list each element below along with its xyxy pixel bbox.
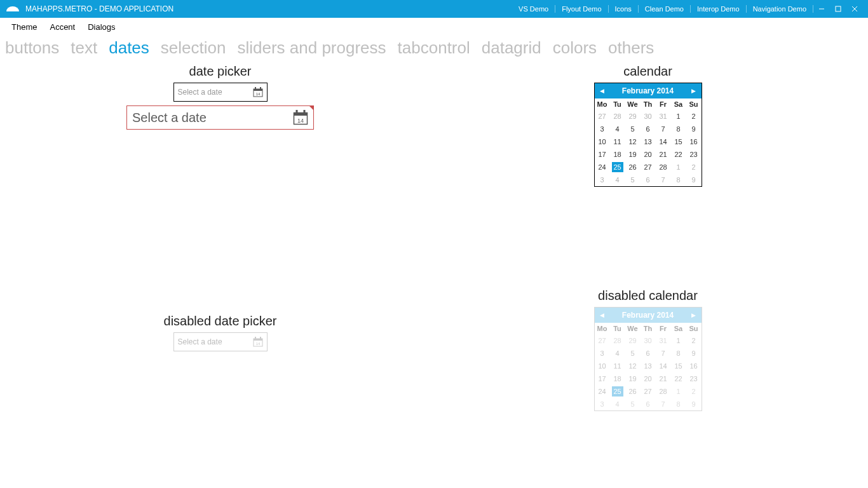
minimize-button[interactable] xyxy=(813,0,830,18)
section-title-disabled-calendar: disabled calendar xyxy=(598,288,698,303)
calendar-day[interactable]: 18 xyxy=(610,148,625,161)
titlebar-link-vs-demo[interactable]: VS Demo xyxy=(512,5,555,13)
calendar-day[interactable]: 29 xyxy=(625,110,641,123)
tab-text[interactable]: text xyxy=(71,38,97,58)
calendar-day[interactable]: 22 xyxy=(671,148,686,161)
calendar-day[interactable]: 15 xyxy=(671,135,686,148)
tab-others[interactable]: others xyxy=(608,38,654,58)
calendar-day: 8 xyxy=(671,398,686,410)
calendar-day: 26 xyxy=(625,385,641,398)
calendar-day[interactable]: 23 xyxy=(686,148,702,161)
calendar-day[interactable]: 5 xyxy=(625,123,641,135)
calendar-day[interactable]: 1 xyxy=(671,161,686,173)
calendar-prev-icon[interactable]: ◀ xyxy=(595,88,610,94)
calendar-day[interactable]: 16 xyxy=(686,135,702,148)
calendar[interactable]: ◀ February 2014 ▶ MoTuWeThFrSaSu27282930… xyxy=(594,83,702,187)
calendar-day[interactable]: 2 xyxy=(686,161,702,173)
calendar-day[interactable]: 20 xyxy=(641,148,656,161)
calendar-day[interactable]: 26 xyxy=(625,161,641,173)
calendar-day[interactable]: 28 xyxy=(656,161,671,173)
titlebar-link-flyout-demo[interactable]: Flyout Demo xyxy=(555,5,608,13)
calendar-weekday: Su xyxy=(686,98,702,110)
calendar-day[interactable]: 7 xyxy=(656,173,671,186)
calendar-day: 6 xyxy=(641,398,656,410)
calendar-day: 6 xyxy=(641,347,656,360)
svg-rect-17 xyxy=(260,337,261,339)
svg-text:14: 14 xyxy=(255,342,260,346)
calendar-weekday: Sa xyxy=(671,323,686,334)
calendar-day[interactable]: 8 xyxy=(671,123,686,135)
calendar-day[interactable]: 17 xyxy=(595,148,610,161)
calendar-day: 8 xyxy=(671,347,686,360)
tab-sliders-and-progress[interactable]: sliders and progress xyxy=(237,38,386,58)
titlebar-link-clean-demo[interactable]: Clean Demo xyxy=(639,5,691,13)
calendar-weekday: Fr xyxy=(656,323,671,334)
calendar-day[interactable]: 25 xyxy=(610,161,625,173)
calendar-day[interactable]: 1 xyxy=(671,110,686,123)
calendar-next-icon[interactable]: ▶ xyxy=(686,88,702,94)
calendar-day: 24 xyxy=(595,385,610,398)
calendar-day[interactable]: 2 xyxy=(686,110,702,123)
calendar-day[interactable]: 19 xyxy=(625,148,641,161)
calendar-icon[interactable]: 14 xyxy=(253,87,263,97)
calendar-day[interactable]: 21 xyxy=(656,148,671,161)
close-button[interactable] xyxy=(846,0,863,18)
calendar-day: 1 xyxy=(671,385,686,398)
calendar-day[interactable]: 3 xyxy=(595,173,610,186)
calendar-disabled: ◀ February 2014 ▶ MoTuWeThFrSaSu27282930… xyxy=(594,307,702,411)
tab-tabcontrol[interactable]: tabcontrol xyxy=(398,38,470,58)
tab-colors[interactable]: colors xyxy=(553,38,597,58)
calendar-day[interactable]: 6 xyxy=(641,173,656,186)
titlebar-link-navigation-demo[interactable]: Navigation Demo xyxy=(747,5,813,13)
date-picker-small[interactable]: Select a date 14 xyxy=(173,83,268,102)
calendar-day[interactable]: 6 xyxy=(641,123,656,135)
calendar-day: 9 xyxy=(686,398,702,410)
calendar-day[interactable]: 8 xyxy=(671,173,686,186)
calendar-day[interactable]: 27 xyxy=(595,110,610,123)
calendar-day[interactable]: 31 xyxy=(656,110,671,123)
tab-datagrid[interactable]: datagrid xyxy=(482,38,541,58)
calendar-day: 20 xyxy=(641,372,656,385)
date-picker-disabled-placeholder: Select a date xyxy=(178,337,253,346)
calendar-day[interactable]: 10 xyxy=(595,135,610,148)
calendar-day[interactable]: 7 xyxy=(656,123,671,135)
calendar-day[interactable]: 9 xyxy=(686,123,702,135)
tab-selection[interactable]: selection xyxy=(161,38,226,58)
calendar-day[interactable]: 24 xyxy=(595,161,610,173)
calendar-weekday: Fr xyxy=(656,98,671,110)
maximize-button[interactable] xyxy=(830,0,846,18)
date-picker-large[interactable]: Select a date 14 xyxy=(126,105,314,130)
calendar-day[interactable]: 27 xyxy=(641,161,656,173)
calendar-day[interactable]: 5 xyxy=(625,173,641,186)
calendar-day[interactable]: 4 xyxy=(610,123,625,135)
calendar-day: 27 xyxy=(641,385,656,398)
menu-item-accent[interactable]: Accent xyxy=(43,20,81,34)
calendar-day[interactable]: 13 xyxy=(641,135,656,148)
calendar-icon[interactable]: 14 xyxy=(293,110,308,125)
titlebar-link-interop-demo[interactable]: Interop Demo xyxy=(691,5,747,13)
tab-buttons[interactable]: buttons xyxy=(5,38,59,58)
calendar-weekday: Tu xyxy=(610,98,625,110)
calendar-day[interactable]: 9 xyxy=(686,173,702,186)
calendar-weekday: Sa xyxy=(671,98,686,110)
calendar-month-label[interactable]: February 2014 xyxy=(610,86,686,95)
calendar-day: 2 xyxy=(686,334,702,347)
calendar-day: 31 xyxy=(656,334,671,347)
calendar-day[interactable]: 12 xyxy=(625,135,641,148)
calendar-weekday: We xyxy=(625,98,641,110)
calendar-day[interactable]: 3 xyxy=(595,123,610,135)
calendar-weekday: Mo xyxy=(595,98,610,110)
menu-item-theme[interactable]: Theme xyxy=(5,20,43,34)
calendar-day[interactable]: 11 xyxy=(610,135,625,148)
calendar-day: 4 xyxy=(610,347,625,360)
calendar-day[interactable]: 28 xyxy=(610,110,625,123)
menu-item-dialogs[interactable]: Dialogs xyxy=(81,20,121,34)
section-title-calendar: calendar xyxy=(623,64,672,79)
svg-rect-11 xyxy=(296,110,298,114)
tab-dates[interactable]: dates xyxy=(109,38,149,58)
calendar-day[interactable]: 4 xyxy=(610,173,625,186)
titlebar-link-icons[interactable]: Icons xyxy=(609,5,639,13)
calendar-day[interactable]: 14 xyxy=(656,135,671,148)
calendar-day: 11 xyxy=(610,360,625,372)
calendar-day[interactable]: 30 xyxy=(641,110,656,123)
